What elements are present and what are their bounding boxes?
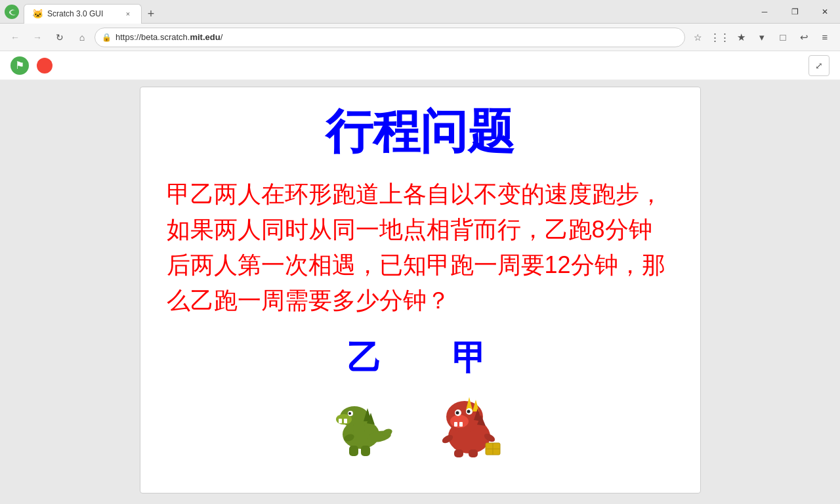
stage-problem-text: 甲乙两人在环形跑道上各自以不变的速度跑步，如果两人同时从同一地点相背而行，乙跑8… [167, 177, 674, 318]
stage-characters: 乙 [167, 335, 674, 457]
maximize-button[interactable]: ❐ [780, 0, 810, 24]
address-bar[interactable]: 🔒 https://beta.scratch.mit.edu/ [94, 28, 685, 47]
title-bar: 🐱 Scratch 3.0 GUI × + ─ ❐ ✕ [0, 0, 840, 24]
close-button[interactable]: ✕ [810, 0, 840, 24]
security-icon: 🔒 [102, 33, 112, 42]
extensions-button[interactable]: ⋮⋮ [710, 28, 730, 47]
minimize-button[interactable]: ─ [749, 0, 780, 24]
red-monster-sprite [433, 385, 505, 457]
window-controls: ─ ❐ ✕ [749, 0, 840, 24]
svg-rect-12 [349, 446, 358, 456]
stage: 行程问题 甲乙两人在环形跑道上各自以不变的速度跑步，如果两人同时从同一地点相背而… [140, 87, 701, 494]
svg-point-0 [5, 5, 19, 19]
browser-window: 🐱 Scratch 3.0 GUI × + ─ ❐ ✕ ← → ↻ ⌂ 🔒 ht… [0, 0, 840, 504]
bookmark-button[interactable]: ☆ [688, 28, 707, 47]
undo-button[interactable]: ↩ [794, 28, 814, 47]
home-button[interactable]: ⌂ [72, 28, 92, 47]
svg-rect-31 [454, 450, 463, 457]
address-text: https://beta.scratch.mit.edu/ [116, 32, 222, 42]
back-button[interactable]: ← [5, 28, 25, 47]
dropdown-button[interactable]: ▾ [752, 28, 772, 47]
fullscreen-icon: ⤢ [815, 60, 823, 71]
fullscreen-button[interactable]: ⤢ [808, 55, 830, 76]
forward-button[interactable]: → [28, 28, 47, 47]
svg-rect-8 [353, 423, 365, 432]
svg-rect-13 [361, 446, 370, 456]
character-yi: 乙 [335, 335, 394, 457]
char-yi-label: 乙 [347, 335, 381, 381]
green-flag-button[interactable]: ⚑ [10, 56, 29, 75]
tablet-button[interactable]: □ [773, 28, 793, 47]
tab-bar: 🐱 Scratch 3.0 GUI × + [24, 0, 749, 24]
menu-button[interactable]: ≡ [815, 28, 835, 47]
new-tab-button[interactable]: + [142, 5, 160, 24]
browser-icon [0, 0, 24, 24]
tab-title: Scratch 3.0 GUI [47, 9, 119, 18]
green-dinosaur-sprite [335, 385, 394, 457]
favorites-star-button[interactable]: ★ [731, 28, 751, 47]
svg-point-24 [467, 410, 471, 413]
svg-rect-7 [344, 419, 347, 423]
stage-title: 行程问题 [326, 100, 514, 163]
tab-favicon: 🐱 [32, 9, 43, 19]
svg-point-5 [348, 412, 351, 415]
nav-actions: ⋮⋮ ★ ▾ □ ↩ ≡ [710, 28, 835, 47]
scratch-toolbar: ⚑ ⤢ [0, 51, 840, 80]
active-tab[interactable]: 🐱 Scratch 3.0 GUI × [24, 4, 142, 24]
char-jia-label: 甲 [452, 335, 486, 381]
character-jia: 甲 [433, 335, 505, 457]
green-flag-icon: ⚑ [15, 59, 24, 72]
nav-bar: ← → ↻ ⌂ 🔒 https://beta.scratch.mit.edu/ … [0, 24, 840, 51]
svg-rect-32 [469, 450, 478, 457]
svg-rect-25 [454, 422, 457, 427]
svg-point-22 [456, 411, 459, 415]
svg-rect-26 [459, 422, 463, 427]
refresh-button[interactable]: ↻ [50, 28, 70, 47]
stage-container: 行程问题 甲乙两人在环形跑道上各自以不变的速度跑步，如果两人同时从同一地点相背而… [0, 80, 840, 504]
stop-button[interactable] [37, 58, 52, 74]
svg-rect-6 [339, 419, 342, 423]
tab-close-button[interactable]: × [123, 9, 133, 19]
